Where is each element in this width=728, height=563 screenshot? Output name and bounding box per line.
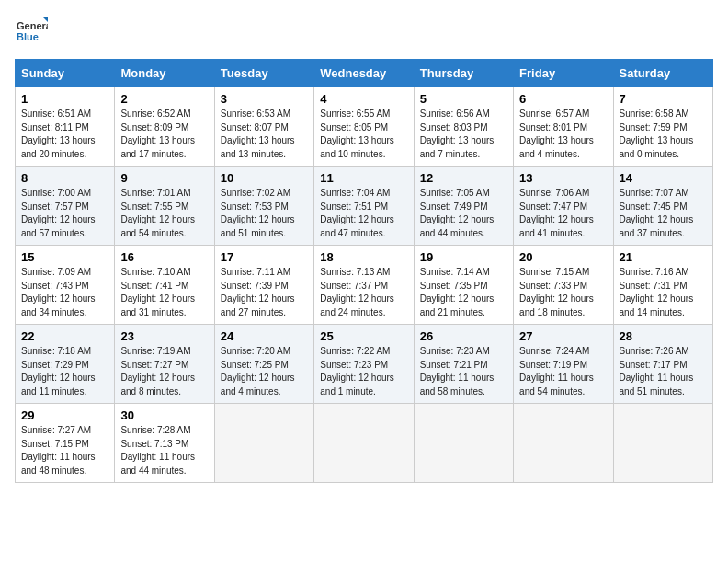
calendar-cell-13: 13Sunrise: 7:06 AMSunset: 7:47 PMDayligh… bbox=[514, 167, 613, 246]
calendar-cell-5: 5Sunrise: 6:56 AMSunset: 8:03 PMDaylight… bbox=[414, 87, 513, 167]
calendar-cell-8: 8Sunrise: 7:00 AMSunset: 7:57 PMDaylight… bbox=[16, 167, 115, 246]
calendar-cell-23: 23Sunrise: 7:19 AMSunset: 7:27 PMDayligh… bbox=[115, 325, 214, 404]
weekday-header-friday: Friday bbox=[514, 60, 613, 87]
calendar-cell-15: 15Sunrise: 7:09 AMSunset: 7:43 PMDayligh… bbox=[16, 246, 115, 325]
calendar-week-5: 29Sunrise: 7:27 AMSunset: 7:15 PMDayligh… bbox=[16, 404, 713, 483]
calendar-cell-18: 18Sunrise: 7:13 AMSunset: 7:37 PMDayligh… bbox=[314, 246, 414, 325]
weekday-header-monday: Monday bbox=[115, 60, 214, 87]
calendar-cell-29: 29Sunrise: 7:27 AMSunset: 7:15 PMDayligh… bbox=[16, 404, 115, 483]
logo: General Blue bbox=[15, 15, 48, 48]
calendar-week-1: 1Sunrise: 6:51 AMSunset: 8:11 PMDaylight… bbox=[16, 87, 713, 167]
calendar-cell-14: 14Sunrise: 7:07 AMSunset: 7:45 PMDayligh… bbox=[613, 167, 712, 246]
calendar-cell-30: 30Sunrise: 7:28 AMSunset: 7:13 PMDayligh… bbox=[115, 404, 214, 483]
calendar-cell-10: 10Sunrise: 7:02 AMSunset: 7:53 PMDayligh… bbox=[214, 167, 313, 246]
calendar-cell-19: 19Sunrise: 7:14 AMSunset: 7:35 PMDayligh… bbox=[414, 246, 513, 325]
calendar-cell-empty bbox=[514, 404, 613, 483]
logo-svg: General Blue bbox=[15, 15, 48, 48]
calendar-cell-empty bbox=[613, 404, 712, 483]
calendar-cell-6: 6Sunrise: 6:57 AMSunset: 8:01 PMDaylight… bbox=[514, 87, 613, 167]
weekday-header-thursday: Thursday bbox=[414, 60, 513, 87]
svg-text:Blue: Blue bbox=[17, 31, 39, 42]
calendar-week-3: 15Sunrise: 7:09 AMSunset: 7:43 PMDayligh… bbox=[16, 246, 713, 325]
calendar-cell-17: 17Sunrise: 7:11 AMSunset: 7:39 PMDayligh… bbox=[214, 246, 313, 325]
calendar-cell-12: 12Sunrise: 7:05 AMSunset: 7:49 PMDayligh… bbox=[414, 167, 513, 246]
calendar-week-4: 22Sunrise: 7:18 AMSunset: 7:29 PMDayligh… bbox=[16, 325, 713, 404]
calendar-cell-1: 1Sunrise: 6:51 AMSunset: 8:11 PMDaylight… bbox=[16, 87, 115, 167]
weekday-header-tuesday: Tuesday bbox=[214, 60, 313, 87]
calendar-cell-empty bbox=[214, 404, 313, 483]
calendar-cell-20: 20Sunrise: 7:15 AMSunset: 7:33 PMDayligh… bbox=[514, 246, 613, 325]
calendar-cell-16: 16Sunrise: 7:10 AMSunset: 7:41 PMDayligh… bbox=[115, 246, 214, 325]
calendar-cell-4: 4Sunrise: 6:55 AMSunset: 8:05 PMDaylight… bbox=[314, 87, 414, 167]
calendar-cell-28: 28Sunrise: 7:26 AMSunset: 7:17 PMDayligh… bbox=[613, 325, 712, 404]
calendar-cell-25: 25Sunrise: 7:22 AMSunset: 7:23 PMDayligh… bbox=[314, 325, 414, 404]
calendar-cell-26: 26Sunrise: 7:23 AMSunset: 7:21 PMDayligh… bbox=[414, 325, 513, 404]
weekday-header-saturday: Saturday bbox=[613, 60, 712, 87]
weekday-header-sunday: Sunday bbox=[16, 60, 115, 87]
page-header: General Blue bbox=[15, 15, 713, 48]
calendar-cell-24: 24Sunrise: 7:20 AMSunset: 7:25 PMDayligh… bbox=[214, 325, 313, 404]
calendar-cell-2: 2Sunrise: 6:52 AMSunset: 8:09 PMDaylight… bbox=[115, 87, 214, 167]
weekday-header-wednesday: Wednesday bbox=[314, 60, 414, 87]
calendar-cell-22: 22Sunrise: 7:18 AMSunset: 7:29 PMDayligh… bbox=[16, 325, 115, 404]
weekday-header-row: SundayMondayTuesdayWednesdayThursdayFrid… bbox=[16, 60, 713, 87]
calendar-cell-9: 9Sunrise: 7:01 AMSunset: 7:55 PMDaylight… bbox=[115, 167, 214, 246]
calendar-cell-empty bbox=[314, 404, 414, 483]
calendar-cell-7: 7Sunrise: 6:58 AMSunset: 7:59 PMDaylight… bbox=[613, 87, 712, 167]
calendar-cell-3: 3Sunrise: 6:53 AMSunset: 8:07 PMDaylight… bbox=[214, 87, 313, 167]
svg-text:General: General bbox=[17, 20, 48, 31]
calendar-cell-11: 11Sunrise: 7:04 AMSunset: 7:51 PMDayligh… bbox=[314, 167, 414, 246]
calendar-cell-21: 21Sunrise: 7:16 AMSunset: 7:31 PMDayligh… bbox=[613, 246, 712, 325]
calendar-cell-empty bbox=[414, 404, 513, 483]
calendar-cell-27: 27Sunrise: 7:24 AMSunset: 7:19 PMDayligh… bbox=[514, 325, 613, 404]
calendar-table: SundayMondayTuesdayWednesdayThursdayFrid… bbox=[15, 59, 713, 483]
calendar-week-2: 8Sunrise: 7:00 AMSunset: 7:57 PMDaylight… bbox=[16, 167, 713, 246]
